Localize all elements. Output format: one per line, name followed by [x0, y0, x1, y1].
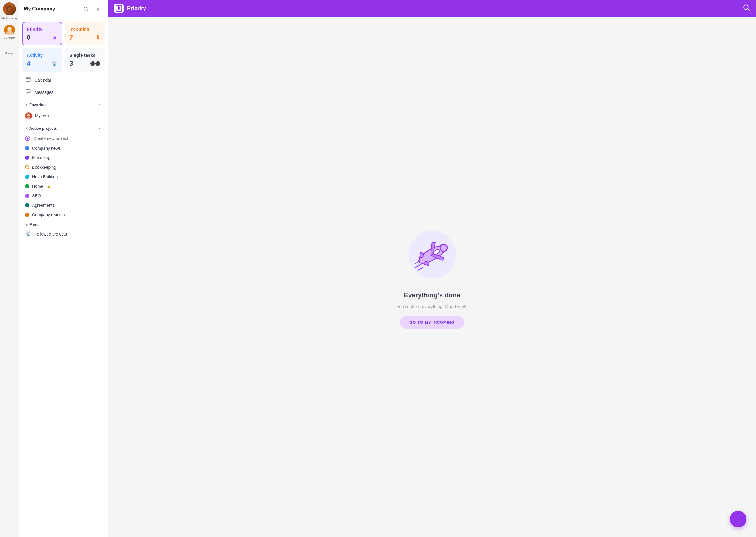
- svg-line-24: [418, 268, 422, 270]
- project-item-seo[interactable]: SEO: [22, 191, 105, 200]
- sidebar-title: My Company: [24, 6, 55, 12]
- project-item-nova-building[interactable]: Nova Building: [22, 172, 105, 182]
- create-new-project-item[interactable]: + Create new project: [22, 133, 105, 144]
- topbar-more-button[interactable]: ···: [732, 5, 739, 12]
- activity-rss-icon: 📡: [52, 61, 58, 66]
- my-tasks-label: My tasks: [35, 113, 51, 118]
- svg-point-15: [118, 7, 120, 10]
- lock-icon: 🔒: [47, 185, 51, 188]
- project-label: Agreements: [32, 203, 54, 208]
- more-section-header[interactable]: ▼ More: [22, 220, 105, 229]
- sidebar-item-my-tasks[interactable]: My tasks: [22, 109, 105, 122]
- project-dot: [25, 184, 29, 188]
- svg-rect-16: [118, 6, 119, 7]
- active-projects-more-button[interactable]: ···: [95, 125, 102, 132]
- fab-add-button[interactable]: +: [730, 511, 746, 527]
- topbar: Priority ···: [108, 0, 756, 17]
- project-label: Bookkeeping: [32, 165, 56, 170]
- single-tasks-dots-icon: ⚫⚫: [90, 61, 100, 66]
- project-item-bookkeeping[interactable]: Bookkeeping: [22, 162, 105, 172]
- nav-item-calendar[interactable]: Calendar: [22, 74, 105, 86]
- sidebar-content: Priority 0 ★ Incoming 7 ⬇ Activity 4 📡: [19, 18, 108, 537]
- project-dot: [25, 165, 29, 169]
- nav-calendar-label: Calendar: [34, 78, 51, 83]
- manage-label: Manage: [4, 52, 14, 55]
- project-item-home[interactable]: Home 🔒: [22, 182, 105, 191]
- sidebar: My Company Priority 0: [19, 0, 108, 537]
- project-dot: [25, 146, 29, 150]
- empty-illustration: [402, 225, 462, 284]
- project-item-company-reunion[interactable]: Company reunion: [22, 210, 105, 220]
- svg-line-23: [416, 264, 421, 268]
- svg-point-12: [26, 117, 31, 119]
- single-tasks-card-title: Single tasks: [69, 53, 101, 58]
- active-projects-section-header[interactable]: ▼ Active projects ···: [22, 122, 105, 133]
- settings-button[interactable]: [94, 4, 103, 14]
- incoming-arrow-icon: ⬇: [96, 34, 100, 41]
- project-dot: [25, 156, 29, 160]
- empty-subtitle: You've done everything. Good work!: [396, 304, 468, 309]
- topbar-title: Priority: [127, 5, 728, 12]
- followed-projects-label: Followed projects: [34, 232, 67, 236]
- priority-card-title: Priority: [27, 26, 58, 31]
- sidebar-header-actions: [81, 4, 103, 14]
- incoming-card-title: Incoming: [69, 26, 101, 31]
- svg-line-5: [87, 10, 88, 11]
- cards-row: Priority 0 ★ Incoming 7 ⬇: [22, 22, 105, 45]
- favorites-section-title: Favorites: [29, 103, 93, 107]
- active-projects-section-title: Active projects: [29, 126, 93, 131]
- favorites-more-button[interactable]: ···: [95, 101, 102, 108]
- project-label: Marketing: [32, 155, 50, 160]
- more-section-title: More: [29, 223, 102, 227]
- cards-row-2: Activity 4 📡 Single tasks 3 ⚫⚫: [22, 48, 105, 71]
- project-label: Nova Building: [32, 174, 58, 179]
- favorites-section-header[interactable]: ▼ Favorites ···: [22, 98, 105, 109]
- search-button[interactable]: [81, 4, 91, 14]
- project-item-marketing[interactable]: Marketing: [22, 153, 105, 162]
- topbar-right-icon[interactable]: [742, 4, 750, 13]
- nav-messages-label: Messages: [34, 90, 54, 95]
- project-dot: [25, 203, 29, 207]
- project-label: Home: [32, 184, 43, 188]
- manage-button[interactable]: ··· Manage: [4, 44, 14, 55]
- create-project-icon: +: [25, 136, 30, 141]
- favorites-chevron-icon: ▼: [25, 103, 28, 106]
- activity-card-count: 4: [27, 60, 30, 67]
- svg-point-11: [27, 114, 30, 116]
- empty-title: Everything's done: [404, 291, 460, 299]
- project-item-agreements[interactable]: Agreements: [22, 200, 105, 210]
- company-avatar[interactable]: [3, 2, 16, 16]
- icon-rail: My Company My Nozbe ··· Manage: [0, 0, 19, 537]
- activity-card-title: Activity: [27, 53, 58, 58]
- single-tasks-card[interactable]: Single tasks 3 ⚫⚫: [65, 48, 105, 71]
- more-item-followed-projects[interactable]: 📡 Followed projects: [22, 229, 105, 239]
- go-to-incoming-button[interactable]: GO TO MY INCOMING: [400, 316, 464, 329]
- my-tasks-avatar: [25, 112, 32, 119]
- topbar-app-icon: [114, 4, 124, 13]
- followed-projects-icon: 📡: [25, 231, 31, 237]
- svg-point-2: [7, 27, 12, 31]
- empty-state: Everything's done You've done everything…: [108, 17, 756, 537]
- priority-star-icon: ★: [52, 34, 58, 41]
- priority-card[interactable]: Priority 0 ★: [22, 22, 63, 45]
- svg-rect-7: [26, 77, 30, 82]
- project-dot: [25, 194, 29, 198]
- sidebar-header: My Company: [19, 0, 108, 18]
- project-label: SEO: [32, 193, 41, 198]
- project-label: Company news: [32, 146, 61, 150]
- airplane-illustration: [405, 228, 459, 281]
- user-label: My Nozbe: [3, 36, 16, 39]
- project-dot: [25, 213, 29, 217]
- active-projects-chevron-icon: ▼: [25, 127, 28, 130]
- project-label: Company reunion: [32, 212, 65, 217]
- incoming-card[interactable]: Incoming 7 ⬇: [65, 22, 105, 45]
- nav-item-messages[interactable]: Messages: [22, 86, 105, 98]
- incoming-card-count: 7: [69, 34, 73, 41]
- user-avatar[interactable]: [4, 25, 15, 35]
- svg-line-18: [748, 9, 749, 11]
- project-dot: [25, 175, 29, 179]
- create-project-label: Create new project: [33, 136, 68, 141]
- activity-card[interactable]: Activity 4 📡: [22, 48, 63, 71]
- project-item-company-news[interactable]: Company news: [22, 144, 105, 153]
- company-label: My Company: [1, 17, 17, 20]
